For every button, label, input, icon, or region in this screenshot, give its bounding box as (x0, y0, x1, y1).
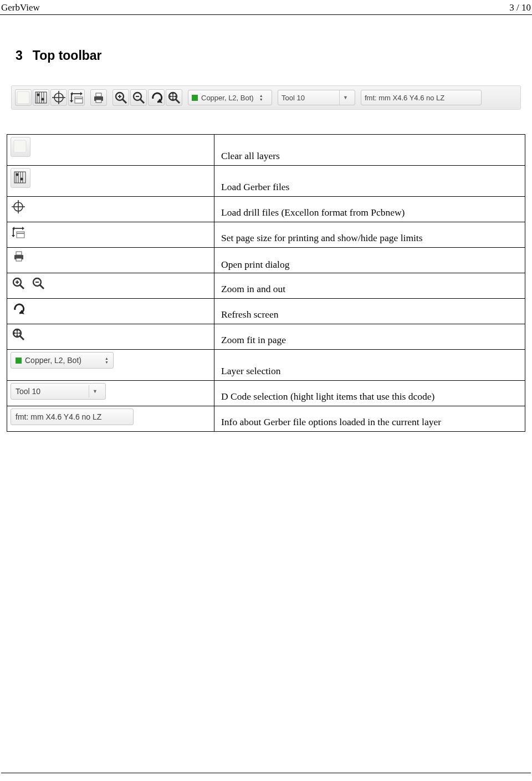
format-display-widget: fmt: mm X4.6 Y4.6 no LZ (11, 409, 134, 425)
desc-text: Zoom in and out (221, 283, 285, 294)
toolbar-description-table: Clear all layers Load Gerber files Load … (7, 134, 525, 432)
desc-text: Clear all layers (221, 150, 280, 161)
doc-title: GerbView (1, 2, 40, 13)
zoom-out-icon (30, 275, 47, 292)
refresh-button[interactable] (148, 89, 165, 106)
section-title: Top toolbar (33, 48, 102, 63)
section-heading: 3Top toolbar (16, 48, 532, 63)
tool-select-widget[interactable]: Tool 10 ▼ (11, 383, 106, 400)
layer-select-label: Copper, L2, Bot) (201, 94, 254, 102)
desc-text: Zoom fit in page (221, 334, 286, 345)
load-drill-icon (11, 199, 27, 216)
print-button[interactable] (90, 89, 107, 106)
refresh-icon (11, 301, 27, 318)
page-header: GerbView 3 / 10 (0, 0, 532, 15)
spinner-arrows-icon: ▲▼ (105, 356, 109, 364)
table-row: Set page size for printing and show/hide… (7, 222, 525, 248)
dropdown-arrow-icon: ▼ (89, 385, 101, 397)
clear-layers-button[interactable] (15, 89, 32, 106)
table-row: Clear all layers (7, 135, 525, 166)
table-row: Zoom fit in page (7, 324, 525, 350)
page-size-button[interactable] (68, 89, 85, 106)
desc-text: Open print dialog (221, 259, 289, 270)
page-number: 3 / 10 (509, 2, 531, 13)
zoom-fit-button[interactable] (166, 89, 182, 106)
table-row: fmt: mm X4.6 Y4.6 no LZ Info about Gerbe… (7, 406, 525, 432)
desc-text: Layer selection (221, 365, 280, 376)
zoom-in-button[interactable] (112, 89, 129, 106)
table-row: Load Gerber files (7, 166, 525, 197)
table-row: Open print dialog (7, 248, 525, 273)
tool-select-label: Tool 10 (16, 387, 82, 396)
page-footer (1, 773, 531, 773)
load-gerber-button[interactable] (33, 89, 49, 106)
desc-text: Load drill files (Excellon format from P… (221, 207, 405, 218)
layer-select-widget[interactable]: Copper, L2, Bot) ▲▼ (11, 352, 114, 369)
table-row: Copper, L2, Bot) ▲▼ Layer selection (7, 350, 525, 381)
zoom-in-icon (11, 275, 27, 292)
format-display: fmt: mm X4.6 Y4.6 no LZ (361, 90, 482, 105)
format-display-label: fmt: mm X4.6 Y4.6 no LZ (16, 412, 101, 421)
desc-text: Refresh screen (221, 309, 279, 320)
spinner-arrows-icon: ▲▼ (259, 94, 263, 101)
desc-text: D Code selection (hight light items that… (221, 391, 434, 402)
load-gerber-icon (11, 168, 30, 188)
table-row: Load drill files (Excellon format from P… (7, 197, 525, 222)
toolbar-strip: Copper, L2, Bot) ▲▼ Tool 10 ▼ fmt: mm X4… (11, 85, 521, 110)
page-size-icon (11, 224, 27, 241)
desc-text: Info about Gerber file options loaded in… (221, 416, 441, 427)
layer-color-icon (192, 95, 198, 101)
tool-select-label: Tool 10 (282, 94, 332, 102)
load-drill-button[interactable] (50, 89, 67, 106)
format-display-label: fmt: mm X4.6 Y4.6 no LZ (365, 94, 444, 102)
section-number: 3 (16, 48, 23, 63)
zoom-fit-icon (11, 326, 27, 343)
clear-layers-icon (11, 137, 30, 157)
tool-select[interactable]: Tool 10 ▼ (278, 90, 355, 105)
layer-select[interactable]: Copper, L2, Bot) ▲▼ (188, 90, 272, 105)
zoom-out-button[interactable] (130, 89, 147, 106)
layer-color-icon (16, 358, 22, 364)
print-icon (11, 248, 27, 264)
table-row: Zoom in and out (7, 273, 525, 299)
table-row: Refresh screen (7, 299, 525, 324)
layer-select-label: Copper, L2, Bot) (25, 356, 81, 365)
dropdown-arrow-icon: ▼ (339, 90, 351, 105)
table-row: Tool 10 ▼ D Code selection (hight light … (7, 381, 525, 406)
desc-text: Set page size for printing and show/hide… (221, 232, 423, 243)
desc-text: Load Gerber files (221, 181, 289, 192)
